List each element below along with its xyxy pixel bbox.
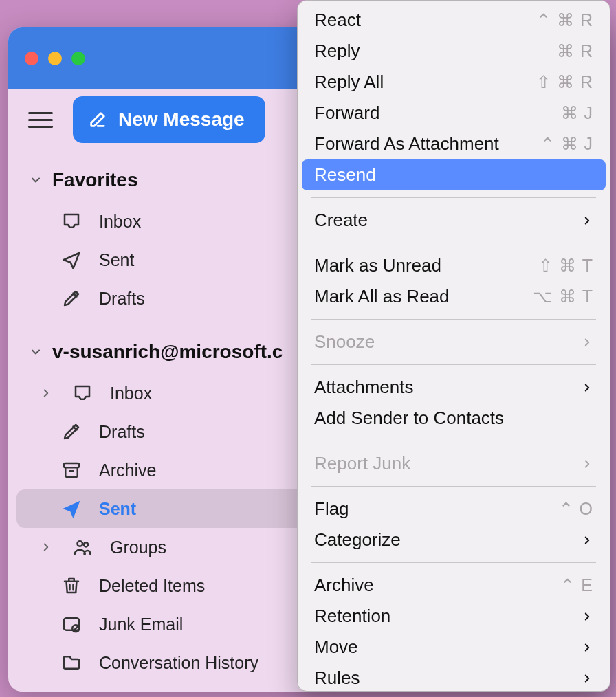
chevron-right-icon [581,214,593,227]
menu-reply-all[interactable]: Reply All ⇧ ⌘ R [302,67,606,98]
chevron-down-icon [29,345,43,359]
menu-mark-unread[interactable]: Mark as Unread ⇧ ⌘ T [302,250,606,281]
menu-react[interactable]: React ⌃ ⌘ R [302,5,606,36]
menu-label: React [314,10,361,31]
window-close-button[interactable] [25,52,38,65]
new-message-label: New Message [118,109,245,131]
folder-label: Archive [99,461,156,480]
menu-label: Categorize [314,529,401,551]
folder-label: Conversation History [99,653,258,673]
chevron-right-icon [581,610,593,623]
menu-snooze: Snooze [302,327,606,357]
window-zoom-button[interactable] [72,52,85,65]
menu-separator [311,562,596,563]
chevron-right-icon [581,381,593,394]
folder-label: Sent [99,499,136,519]
folder-label: Inbox [110,384,152,403]
menu-separator [311,441,596,441]
menu-shortcut: ⌘ J [561,103,593,123]
context-menu: React ⌃ ⌘ R Reply ⌘ R Reply All ⇧ ⌘ R Fo… [297,0,610,692]
archive-icon [59,458,84,483]
menu-shortcut: ⌃ ⌘ J [540,134,593,154]
menu-resend[interactable]: Resend [302,159,606,190]
menu-categorize[interactable]: Categorize [302,524,606,555]
menu-label: Report Junk [314,453,410,474]
chevron-down-icon [29,173,43,187]
inbox-icon [70,381,95,406]
window-minimize-button[interactable] [48,52,62,65]
folder-label: Groups [110,538,166,557]
groups-icon [70,535,95,560]
menu-label: Create [314,210,368,231]
menu-shortcut: ⌘ R [557,41,593,61]
menu-label: Resend [314,164,376,186]
junk-icon [59,612,84,637]
menu-shortcut: ⇧ ⌘ T [538,256,593,276]
menu-attachments[interactable]: Attachments [302,372,606,403]
folder-label: Drafts [99,422,145,442]
sent-icon [59,496,84,521]
chevron-right-icon[interactable] [37,387,55,399]
menu-label: Rules [314,667,360,689]
folder-label: Inbox [99,212,141,232]
menu-create[interactable]: Create [302,205,606,236]
menu-separator [311,364,596,365]
menu-report-junk: Report Junk [302,448,606,479]
drafts-icon [59,419,84,444]
menu-forward[interactable]: Forward ⌘ J [302,98,606,129]
chevron-right-icon [581,336,593,348]
menu-flag[interactable]: Flag ⌃ O [302,494,606,524]
folder-label: Deleted Items [99,576,205,596]
folder-label: Sent [99,250,134,270]
chevron-right-icon [581,458,593,470]
menu-shortcut: ⇧ ⌘ R [536,72,593,92]
menu-label: Mark All as Read [314,286,450,307]
menu-label: Attachments [314,377,414,398]
menu-label: Reply All [314,71,384,93]
menu-move[interactable]: Move [302,632,606,663]
menu-label: Retention [314,606,390,627]
menu-shortcut: ⌃ O [559,499,593,519]
menu-separator [311,197,596,198]
drafts-icon [59,286,84,311]
menu-label: Archive [314,575,374,596]
account-label: v-susanrich@microsoft.c [52,341,283,363]
menu-label: Reply [314,41,360,62]
chevron-right-icon [581,534,593,546]
menu-label: Mark as Unread [314,255,441,276]
favorites-label: Favorites [52,169,138,191]
menu-retention[interactable]: Retention [302,601,606,632]
chevron-right-icon[interactable] [37,541,55,553]
menu-separator [311,243,596,243]
folder-label: Drafts [99,289,145,309]
menu-forward-as-attachment[interactable]: Forward As Attachment ⌃ ⌘ J [302,129,606,159]
compose-icon [88,110,107,129]
folder-label: Junk Email [99,615,183,634]
menu-label: Forward As Attachment [314,133,499,155]
new-message-button[interactable]: New Message [73,96,265,143]
menu-shortcut: ⌥ ⌘ T [533,287,593,307]
menu-separator [311,486,596,487]
menu-add-sender-to-contacts[interactable]: Add Sender to Contacts [302,403,606,434]
menu-label: Snooze [314,331,375,353]
menu-label: Forward [314,102,380,124]
menu-reply[interactable]: Reply ⌘ R [302,36,606,67]
menu-label: Add Sender to Contacts [314,408,504,429]
menu-label: Flag [314,498,349,520]
folder-icon [59,650,84,675]
menu-mark-all-read[interactable]: Mark All as Read ⌥ ⌘ T [302,281,606,312]
inbox-icon [59,209,84,234]
menu-archive[interactable]: Archive ⌃ E [302,570,606,601]
hamburger-menu-button[interactable] [22,104,59,135]
chevron-right-icon [581,672,593,685]
chevron-right-icon [581,641,593,654]
sent-icon [59,247,84,272]
menu-shortcut: ⌃ ⌘ R [536,10,593,30]
trash-icon [59,573,84,598]
menu-label: Move [314,637,358,658]
menu-shortcut: ⌃ E [560,575,593,595]
menu-rules[interactable]: Rules [302,663,606,694]
menu-separator [311,319,596,320]
